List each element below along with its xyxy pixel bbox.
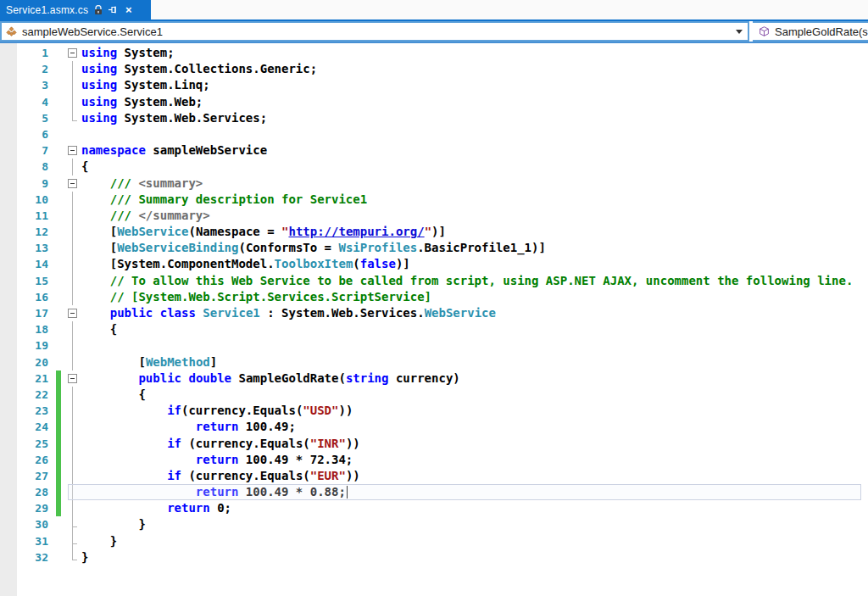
- change-tracking-empty: [56, 289, 61, 305]
- code-line-26: 26 return 100.49 * 72.34;: [0, 452, 868, 468]
- code-text[interactable]: {: [80, 387, 146, 403]
- change-tracking-bar: [56, 452, 61, 468]
- line-number: 3: [17, 77, 56, 93]
- line-number: 2: [17, 61, 56, 77]
- code-text[interactable]: [WebServiceBinding(ConformsTo = WsiProfi…: [80, 240, 546, 256]
- line-number: 15: [17, 273, 56, 289]
- code-text[interactable]: namespace sampleWebService: [80, 142, 267, 159]
- code-text[interactable]: [WebMethod]: [80, 354, 217, 370]
- code-text[interactable]: /// </summary>: [80, 208, 210, 224]
- code-line-18: 18 {: [0, 321, 868, 337]
- fold-guide: [66, 289, 80, 305]
- code-text[interactable]: // To allow this Web Service to be calle…: [80, 273, 853, 289]
- code-text[interactable]: using System.Linq;: [80, 77, 210, 93]
- code-text[interactable]: }: [80, 549, 88, 565]
- fold-collapse-button[interactable]: [66, 370, 80, 387]
- change-tracking-empty: [56, 549, 61, 565]
- code-text[interactable]: using System.Web;: [80, 94, 203, 110]
- code-text[interactable]: /// Summary description for Service1: [80, 192, 367, 208]
- lock-icon: [92, 4, 103, 16]
- member-dropdown[interactable]: SampleGoldRate(s: [753, 21, 868, 42]
- fold-guide: [66, 468, 80, 484]
- code-line-10: 10 /// Summary description for Service1: [0, 192, 868, 208]
- class-icon: [6, 25, 17, 37]
- code-text[interactable]: [System.ComponentModel.ToolboxItem(false…: [80, 256, 410, 272]
- member-dropdown-value: SampleGoldRate(s: [775, 25, 868, 38]
- code-text[interactable]: public class Service1 : System.Web.Servi…: [80, 305, 496, 321]
- fold-guide: [66, 403, 80, 419]
- change-tracking-empty: [56, 273, 61, 289]
- tab-title: Service1.asmx.cs: [6, 4, 88, 16]
- code-line-17: 17 public class Service1 : System.Web.Se…: [0, 305, 868, 321]
- code-text[interactable]: [WebService(Namespace = "http://tempuri.…: [80, 224, 446, 240]
- fold-collapse-button[interactable]: [66, 45, 80, 61]
- tab-service1[interactable]: Service1.asmx.cs ×: [0, 0, 151, 19]
- line-number: 27: [17, 468, 56, 484]
- line-number: 6: [17, 126, 56, 142]
- change-tracking-empty: [56, 159, 61, 175]
- code-line-27: 27 if (currency.Equals("EUR")): [0, 468, 868, 484]
- line-number: 11: [17, 208, 56, 224]
- fold-guide: [66, 500, 80, 516]
- code-text[interactable]: [80, 337, 81, 354]
- code-text[interactable]: if (currency.Equals("EUR")): [80, 468, 360, 484]
- code-line-2: 2using System.Collections.Generic;: [0, 61, 868, 77]
- line-number: 24: [17, 419, 56, 435]
- code-line-5: 5using System.Web.Services;: [0, 110, 868, 126]
- fold-guide: [66, 452, 80, 468]
- change-tracking-empty: [56, 305, 61, 321]
- code-line-16: 16 // [System.Web.Script.Services.Script…: [0, 289, 868, 305]
- change-tracking-bar: [56, 500, 61, 516]
- code-text[interactable]: if (currency.Equals("INR")): [80, 436, 360, 452]
- change-tracking-empty: [56, 94, 61, 110]
- code-line-31: 31 }: [0, 533, 868, 549]
- code-text[interactable]: {: [80, 321, 117, 337]
- code-text[interactable]: {: [80, 159, 88, 175]
- line-number: 30: [17, 516, 56, 532]
- line-number: 10: [17, 192, 56, 208]
- fold-guide: [66, 61, 80, 77]
- code-text[interactable]: public double SampleGoldRate(string curr…: [80, 370, 460, 387]
- code-lines: 1using System;2using System.Collections.…: [0, 45, 868, 565]
- fold-guide: [66, 516, 80, 532]
- code-text[interactable]: using System.Web.Services;: [80, 110, 267, 126]
- code-text[interactable]: return 100.49;: [80, 419, 296, 435]
- fold-guide: [66, 192, 80, 208]
- type-dropdown[interactable]: sampleWebService.Service1: [0, 21, 749, 42]
- code-line-11: 11 /// </summary>: [0, 208, 868, 224]
- close-icon[interactable]: ×: [123, 4, 134, 16]
- line-number: 12: [17, 224, 56, 240]
- fold-guide: [66, 321, 80, 337]
- code-text[interactable]: /// <summary>: [80, 175, 203, 192]
- code-text[interactable]: using System.Collections.Generic;: [80, 61, 317, 77]
- code-text[interactable]: using System;: [80, 45, 175, 61]
- pin-icon[interactable]: [108, 4, 119, 16]
- fold-guide: [66, 419, 80, 435]
- change-tracking-empty: [56, 354, 61, 370]
- code-editor[interactable]: 1using System;2using System.Collections.…: [0, 43, 868, 596]
- code-line-24: 24 return 100.49;: [0, 419, 868, 435]
- fold-collapse-button[interactable]: [66, 175, 80, 192]
- code-line-12: 12 [WebService(Namespace = "http://tempu…: [0, 224, 868, 240]
- line-number: 31: [17, 533, 56, 549]
- chevron-down-icon[interactable]: [731, 23, 748, 40]
- code-line-29: 29 return 0;: [0, 500, 868, 516]
- code-text[interactable]: // [System.Web.Script.Services.ScriptSer…: [80, 289, 431, 305]
- code-text[interactable]: return 0;: [80, 500, 231, 516]
- code-text[interactable]: [80, 126, 81, 142]
- line-number: 4: [17, 94, 56, 110]
- change-tracking-empty: [56, 77, 61, 93]
- fold-guide: [66, 273, 80, 289]
- line-number: 28: [17, 484, 56, 500]
- code-text[interactable]: }: [80, 533, 117, 549]
- code-text[interactable]: return 100.49 * 0.88;: [80, 484, 348, 500]
- code-text[interactable]: if(currency.Equals("USD")): [80, 403, 353, 419]
- fold-guide: [66, 94, 80, 110]
- change-tracking-empty: [56, 126, 61, 142]
- code-line-22: 22 {: [0, 387, 868, 403]
- code-text[interactable]: }: [80, 516, 146, 532]
- fold-collapse-button[interactable]: [66, 142, 80, 159]
- fold-collapse-button[interactable]: [66, 305, 80, 321]
- code-text[interactable]: return 100.49 * 72.34;: [80, 452, 353, 468]
- change-tracking-empty: [56, 45, 61, 61]
